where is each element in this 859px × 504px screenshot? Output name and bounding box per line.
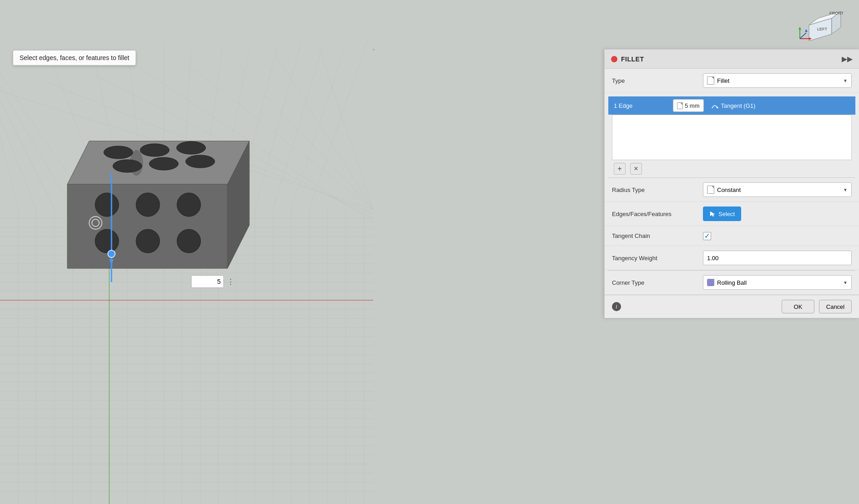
svg-point-92 xyxy=(95,229,119,253)
tangent-chain-control xyxy=(703,232,852,240)
corner-type-value: Rolling Ball xyxy=(717,279,747,286)
svg-point-96 xyxy=(108,250,115,257)
radius-type-control: Constant ▼ xyxy=(703,182,852,197)
edge-doc-icon xyxy=(677,102,683,109)
panel-separator-marker xyxy=(373,49,374,50)
svg-text:FRONT: FRONT xyxy=(829,11,844,15)
viewport-tooltip: Select edges, faces, or features to fill… xyxy=(13,50,136,66)
panel-header: FILLET ▶▶ xyxy=(605,50,859,69)
svg-point-83 xyxy=(140,144,169,156)
type-dropdown[interactable]: Fillet ▼ xyxy=(703,73,852,88)
panel-header-left: FILLET xyxy=(611,55,644,63)
view-cube[interactable]: LEFT FRONT xyxy=(795,5,841,41)
radius-type-dropdown[interactable]: Constant ▼ xyxy=(703,182,852,197)
svg-marker-111 xyxy=(805,29,808,32)
tangent-chain-row: Tangent Chain xyxy=(605,226,859,246)
corner-type-label: Corner Type xyxy=(612,279,703,286)
svg-point-88 xyxy=(130,150,143,176)
edges-faces-control: Select xyxy=(703,207,852,221)
tangency-weight-control xyxy=(703,251,852,265)
dimension-dots-button[interactable]: ⋮ xyxy=(226,277,236,287)
cursor-icon xyxy=(709,211,716,217)
type-label: Type xyxy=(612,77,703,84)
footer-buttons: OK Cancel xyxy=(782,300,852,313)
edges-faces-row: Edges/Faces/Features Select xyxy=(605,202,859,226)
panel-title: FILLET xyxy=(621,55,644,63)
edges-faces-label: Edges/Faces/Features xyxy=(612,211,703,217)
radius-type-value: Constant xyxy=(717,186,741,193)
edge-value-text: 5 mm xyxy=(685,102,700,109)
svg-marker-109 xyxy=(798,27,801,30)
tangent-label: Tangent (G1) xyxy=(721,102,756,109)
select-button-label: Select xyxy=(718,211,735,217)
tangent-icon xyxy=(711,102,718,109)
radius-type-chevron-icon: ▼ xyxy=(843,187,848,192)
edge-section: 1 Edge 5 mm Tangent (G1) + × xyxy=(605,96,859,177)
type-value: Fillet xyxy=(717,77,729,84)
corner-type-row: Corner Type Rolling Ball ▼ xyxy=(605,271,859,295)
svg-text:LEFT: LEFT xyxy=(817,27,828,31)
add-remove-row: + × xyxy=(608,160,855,177)
corner-type-control: Rolling Ball ▼ xyxy=(703,275,852,290)
type-chevron-icon: ▼ xyxy=(843,78,848,83)
corner-type-icon xyxy=(707,279,714,286)
svg-point-93 xyxy=(136,229,160,253)
panel-collapse-button[interactable]: ▶▶ xyxy=(842,55,853,63)
edge-row[interactable]: 1 Edge 5 mm Tangent (G1) xyxy=(608,96,855,115)
edge-tangent: Tangent (G1) xyxy=(711,102,756,109)
edge-value-box[interactable]: 5 mm xyxy=(673,99,704,112)
svg-point-82 xyxy=(104,146,133,159)
ok-button[interactable]: OK xyxy=(782,300,814,313)
panel-close-icon[interactable] xyxy=(611,56,617,62)
corner-type-dropdown[interactable]: Rolling Ball ▼ xyxy=(703,275,852,290)
tangent-chain-checkbox[interactable] xyxy=(703,232,711,240)
radius-type-icon xyxy=(707,186,714,194)
tangent-chain-label: Tangent Chain xyxy=(612,232,703,239)
edge-count-label: 1 Edge xyxy=(614,102,673,109)
corner-type-chevron-icon: ▼ xyxy=(843,280,848,285)
cancel-button[interactable]: Cancel xyxy=(819,300,852,313)
radius-type-row: Radius Type Constant ▼ xyxy=(605,178,859,202)
svg-point-86 xyxy=(149,157,178,170)
svg-point-89 xyxy=(95,193,119,217)
tooltip-text: Select edges, faces, or features to fill… xyxy=(20,54,129,61)
radius-type-label: Radius Type xyxy=(612,186,703,193)
tangency-weight-row: Tangency Weight xyxy=(605,246,859,270)
svg-point-91 xyxy=(177,193,201,217)
tangency-weight-label: Tangency Weight xyxy=(612,255,703,262)
panel-body: Type Fillet ▼ 1 Edge 5 mm xyxy=(605,69,859,295)
info-button[interactable]: i xyxy=(612,302,621,311)
svg-line-110 xyxy=(800,33,806,39)
type-icon xyxy=(707,76,714,85)
svg-point-87 xyxy=(186,155,215,168)
dimension-input-wrap: ⋮ xyxy=(191,275,236,288)
tangent-chain-checkbox-wrap[interactable] xyxy=(703,232,711,240)
svg-point-90 xyxy=(136,193,160,217)
remove-edge-button[interactable]: × xyxy=(630,163,642,175)
svg-point-94 xyxy=(177,229,201,253)
edge-list-area xyxy=(612,115,852,160)
type-control: Fillet ▼ xyxy=(703,73,852,88)
add-edge-button[interactable]: + xyxy=(614,163,626,175)
dimension-input[interactable] xyxy=(191,275,224,288)
svg-point-84 xyxy=(177,141,206,154)
select-button[interactable]: Select xyxy=(703,207,741,221)
panel-footer: i OK Cancel xyxy=(605,295,859,318)
type-row: Type Fillet ▼ xyxy=(605,69,859,93)
svg-marker-113 xyxy=(710,212,715,217)
tangency-weight-input[interactable] xyxy=(703,251,852,265)
fillet-panel: FILLET ▶▶ Type Fillet ▼ 1 Edge xyxy=(604,49,859,318)
